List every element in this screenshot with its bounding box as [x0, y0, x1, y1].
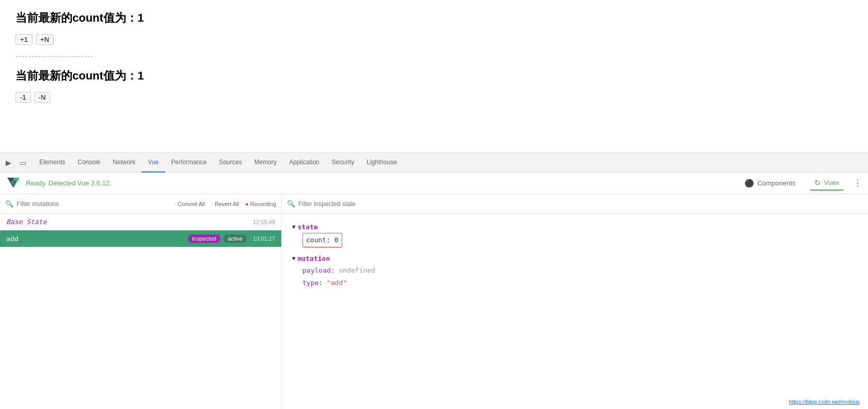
components-tab-btn[interactable]: ⚫ Components — [740, 177, 800, 190]
vue-ready-text: Ready. Detected Vue 2.6.12. — [26, 179, 740, 187]
filter-mutations-input[interactable] — [17, 200, 168, 208]
bottom-url: https://blog.csdn.net/mobius — [789, 399, 860, 405]
mutation-chevron-icon: ▼ — [292, 254, 296, 264]
minus1-button[interactable]: -1 — [16, 92, 31, 103]
tab-lighthouse[interactable]: Lighthouse — [360, 153, 403, 172]
state-children: count: 0 — [302, 233, 858, 247]
mutation-item-add[interactable]: add inspected active 13:01:27 — [0, 230, 281, 247]
state-header[interactable]: ▼ state — [292, 221, 858, 233]
inspector-search-icon: 🔍 — [287, 200, 295, 208]
active-badge: active — [223, 234, 247, 243]
type-key: type: — [302, 277, 323, 289]
vuex-icon: ↻ — [814, 178, 821, 187]
commit-dot: ◦ — [174, 201, 176, 207]
type-row: type: "add" — [302, 277, 858, 289]
search-icon: 🔍 — [5, 200, 13, 208]
page-title-1: 当前最新的count值为：1 — [16, 10, 852, 26]
vuex-panel: 🔍 ◦ Commit All ◦ Revert All ● Recording — [0, 194, 868, 409]
payload-key: payload: — [302, 264, 335, 276]
tab-elements[interactable]: Elements — [33, 153, 71, 172]
inspected-badge: inspected — [188, 234, 220, 243]
components-icon: ⚫ — [744, 179, 754, 188]
revert-all-button[interactable]: ◦ Revert All — [211, 201, 239, 207]
tab-performance[interactable]: Performance — [165, 153, 213, 172]
vue-toolbar: Ready. Detected Vue 2.6.12. ⚫ Components… — [0, 172, 868, 194]
state-section: ▼ state count: 0 — [292, 221, 858, 247]
state-chevron-icon: ▼ — [292, 222, 296, 232]
devtools-panel: ▶ ▭ Elements Console Network Vue Perform… — [0, 152, 868, 409]
tab-memory[interactable]: Memory — [248, 153, 283, 172]
recording-button[interactable]: ● Recording — [245, 201, 276, 207]
mutation-header[interactable]: ▼ mutation — [292, 253, 858, 264]
tab-vue[interactable]: Vue — [142, 153, 165, 172]
settings-icon[interactable]: ⋮ — [854, 178, 862, 188]
revert-dot: ◦ — [211, 201, 213, 207]
tab-network[interactable]: Network — [106, 153, 142, 172]
mutation-key: mutation — [298, 253, 330, 264]
inspector-pane: 🔍 ▼ state count: 0 — [282, 194, 868, 409]
mutations-toolbar: 🔍 ◦ Commit All ◦ Revert All ● Recording — [0, 194, 281, 214]
device-icon[interactable]: ▭ — [17, 156, 29, 169]
tab-sources[interactable]: Sources — [213, 153, 248, 172]
count-row: count: 0 — [302, 233, 858, 247]
base-state-time: 12:55:49 — [253, 219, 275, 225]
cursor-icon[interactable]: ▶ — [2, 156, 14, 169]
inspector-toolbar: 🔍 — [282, 194, 868, 214]
devtools-tabs-bar: ▶ ▭ Elements Console Network Vue Perform… — [0, 153, 868, 172]
mutations-list: Base State 12:55:49 add inspected active… — [0, 214, 281, 409]
plus1-button[interactable]: +1 — [16, 34, 33, 45]
recording-dot: ● — [245, 201, 249, 207]
filter-state-input[interactable] — [298, 200, 863, 208]
mutations-pane: 🔍 ◦ Commit All ◦ Revert All ● Recording — [0, 194, 282, 409]
vuex-tab-btn[interactable]: ↻ Vuex — [810, 176, 843, 191]
tab-security[interactable]: Security — [326, 153, 360, 172]
plusN-button[interactable]: +N — [36, 34, 54, 45]
base-state-label: Base State — [6, 218, 250, 226]
mutation-item-base-state[interactable]: Base State 12:55:49 — [0, 214, 281, 230]
mutation-children: payload: undefined type: "add" — [302, 264, 858, 289]
divider: ------------------------ — [16, 52, 852, 60]
tab-console[interactable]: Console — [71, 153, 106, 172]
type-value: "add" — [327, 277, 347, 289]
tab-application[interactable]: Application — [283, 153, 326, 172]
add-mutation-label: add — [6, 235, 188, 243]
payload-row: payload: undefined — [302, 264, 858, 276]
add-mutation-time: 13:01:27 — [253, 235, 275, 242]
state-key: state — [298, 221, 318, 233]
inspector-content: ▼ state count: 0 ▼ mutation — [282, 214, 868, 301]
page-title-2: 当前最新的count值为：1 — [16, 68, 852, 84]
minusN-button[interactable]: -N — [34, 92, 51, 103]
count-value-box: count: 0 — [302, 233, 342, 247]
mutation-section: ▼ mutation payload: undefined type: "ad — [292, 253, 858, 289]
vue-logo-icon — [6, 176, 21, 191]
payload-value: undefined — [339, 264, 375, 276]
commit-all-button[interactable]: ◦ Commit All — [174, 201, 205, 207]
